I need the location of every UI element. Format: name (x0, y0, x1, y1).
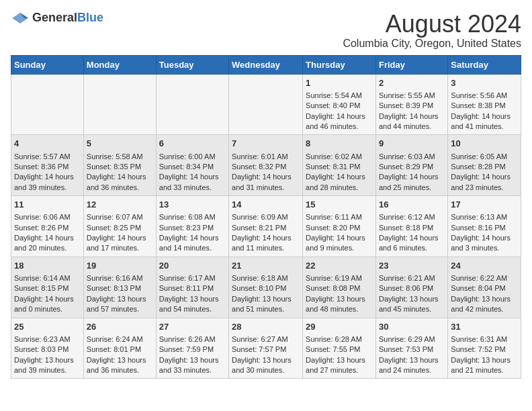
day-number: 9 (379, 138, 445, 150)
calendar-cell: 16Sunrise: 6:12 AM Sunset: 8:18 PM Dayli… (375, 196, 447, 257)
day-content: Sunrise: 6:28 AM Sunset: 7:55 PM Dayligh… (306, 334, 373, 376)
day-content: Sunrise: 6:00 AM Sunset: 8:34 PM Dayligh… (159, 152, 226, 193)
day-number: 10 (451, 138, 518, 150)
week-row-5: 25Sunrise: 6:23 AM Sunset: 8:03 PM Dayli… (11, 318, 521, 379)
day-number: 4 (14, 138, 81, 150)
calendar-cell: 15Sunrise: 6:11 AM Sunset: 8:20 PM Dayli… (303, 196, 376, 257)
day-number: 23 (379, 260, 445, 272)
day-content: Sunrise: 6:27 AM Sunset: 7:57 PM Dayligh… (232, 334, 300, 376)
header: GeneralBlue August 2024 Columbia City, O… (11, 11, 521, 50)
day-content: Sunrise: 6:23 AM Sunset: 8:03 PM Dayligh… (14, 334, 81, 376)
day-content: Sunrise: 5:58 AM Sunset: 8:35 PM Dayligh… (87, 152, 153, 193)
calendar-cell: 26Sunrise: 6:24 AM Sunset: 8:01 PM Dayli… (83, 318, 156, 379)
day-content: Sunrise: 5:55 AM Sunset: 8:39 PM Dayligh… (379, 91, 445, 132)
day-number: 14 (232, 199, 300, 211)
day-number: 15 (306, 199, 373, 211)
day-number: 20 (159, 260, 226, 272)
day-content: Sunrise: 6:14 AM Sunset: 8:15 PM Dayligh… (14, 273, 81, 315)
day-number: 18 (14, 260, 81, 272)
calendar-cell: 25Sunrise: 6:23 AM Sunset: 8:03 PM Dayli… (11, 318, 84, 379)
calendar-cell (156, 74, 228, 135)
day-content: Sunrise: 6:06 AM Sunset: 8:26 PM Dayligh… (14, 212, 81, 254)
logo: GeneralBlue (11, 11, 103, 25)
calendar-cell: 7Sunrise: 6:01 AM Sunset: 8:32 PM Daylig… (229, 135, 303, 196)
calendar-cell: 5Sunrise: 5:58 AM Sunset: 8:35 PM Daylig… (83, 135, 156, 196)
day-content: Sunrise: 6:17 AM Sunset: 8:11 PM Dayligh… (159, 273, 226, 315)
day-content: Sunrise: 6:19 AM Sunset: 8:08 PM Dayligh… (306, 273, 373, 315)
day-content: Sunrise: 6:05 AM Sunset: 8:28 PM Dayligh… (451, 152, 518, 193)
calendar-cell: 9Sunrise: 6:03 AM Sunset: 8:29 PM Daylig… (375, 135, 447, 196)
day-content: Sunrise: 6:11 AM Sunset: 8:20 PM Dayligh… (306, 212, 373, 254)
day-number: 28 (232, 321, 300, 333)
day-number: 2 (379, 77, 445, 89)
day-number: 21 (232, 260, 300, 272)
calendar-cell (11, 74, 84, 135)
day-content: Sunrise: 6:26 AM Sunset: 7:59 PM Dayligh… (159, 334, 226, 376)
calendar-cell: 28Sunrise: 6:27 AM Sunset: 7:57 PM Dayli… (229, 318, 303, 379)
week-row-2: 4Sunrise: 5:57 AM Sunset: 8:36 PM Daylig… (11, 135, 521, 196)
day-number: 11 (14, 199, 81, 211)
calendar-cell: 31Sunrise: 6:31 AM Sunset: 7:52 PM Dayli… (448, 318, 521, 379)
calendar-cell (83, 74, 156, 135)
day-content: Sunrise: 6:03 AM Sunset: 8:29 PM Dayligh… (379, 152, 445, 193)
day-number: 25 (14, 321, 81, 333)
page-title: August 2024 (343, 11, 521, 38)
calendar-cell: 12Sunrise: 6:07 AM Sunset: 8:25 PM Dayli… (83, 196, 156, 257)
day-number: 5 (87, 138, 153, 150)
day-number: 17 (451, 199, 518, 211)
title-area: August 2024 Columbia City, Oregon, Unite… (343, 11, 521, 50)
calendar-cell: 13Sunrise: 6:08 AM Sunset: 8:23 PM Dayli… (156, 196, 228, 257)
day-content: Sunrise: 6:22 AM Sunset: 8:04 PM Dayligh… (451, 273, 518, 315)
day-number: 3 (451, 77, 518, 89)
day-number: 22 (306, 260, 373, 272)
header-day-wednesday: Wednesday (229, 55, 303, 74)
day-content: Sunrise: 6:16 AM Sunset: 8:13 PM Dayligh… (87, 273, 153, 315)
header-day-thursday: Thursday (303, 55, 376, 74)
week-row-3: 11Sunrise: 6:06 AM Sunset: 8:26 PM Dayli… (11, 196, 521, 257)
day-number: 27 (159, 321, 226, 333)
calendar-cell: 8Sunrise: 6:02 AM Sunset: 8:31 PM Daylig… (303, 135, 376, 196)
calendar-cell: 10Sunrise: 6:05 AM Sunset: 8:28 PM Dayli… (448, 135, 521, 196)
calendar-cell: 27Sunrise: 6:26 AM Sunset: 7:59 PM Dayli… (156, 318, 228, 379)
day-number: 7 (232, 138, 300, 150)
header-row: SundayMondayTuesdayWednesdayThursdayFrid… (11, 55, 521, 74)
header-day-friday: Friday (375, 55, 447, 74)
calendar-cell: 3Sunrise: 5:56 AM Sunset: 8:38 PM Daylig… (448, 74, 521, 135)
calendar-cell: 24Sunrise: 6:22 AM Sunset: 8:04 PM Dayli… (448, 257, 521, 318)
calendar-cell: 17Sunrise: 6:13 AM Sunset: 8:16 PM Dayli… (448, 196, 521, 257)
day-content: Sunrise: 6:29 AM Sunset: 7:53 PM Dayligh… (379, 334, 445, 376)
day-content: Sunrise: 6:07 AM Sunset: 8:25 PM Dayligh… (87, 212, 153, 254)
week-row-1: 1Sunrise: 5:54 AM Sunset: 8:40 PM Daylig… (11, 74, 521, 135)
day-content: Sunrise: 6:21 AM Sunset: 8:06 PM Dayligh… (379, 273, 445, 315)
logo-general: General (32, 11, 77, 24)
day-content: Sunrise: 6:18 AM Sunset: 8:10 PM Dayligh… (232, 273, 300, 315)
day-content: Sunrise: 5:56 AM Sunset: 8:38 PM Dayligh… (451, 91, 518, 132)
page-subtitle: Columbia City, Oregon, United States (343, 38, 521, 50)
day-number: 8 (306, 138, 373, 150)
header-day-tuesday: Tuesday (156, 55, 228, 74)
calendar-cell: 18Sunrise: 6:14 AM Sunset: 8:15 PM Dayli… (11, 257, 84, 318)
day-content: Sunrise: 6:31 AM Sunset: 7:52 PM Dayligh… (451, 334, 518, 376)
calendar-cell: 1Sunrise: 5:54 AM Sunset: 8:40 PM Daylig… (303, 74, 376, 135)
day-number: 13 (159, 199, 226, 211)
logo-icon (11, 11, 30, 25)
calendar-cell: 2Sunrise: 5:55 AM Sunset: 8:39 PM Daylig… (375, 74, 447, 135)
calendar-cell: 23Sunrise: 6:21 AM Sunset: 8:06 PM Dayli… (375, 257, 447, 318)
calendar-cell: 14Sunrise: 6:09 AM Sunset: 8:21 PM Dayli… (229, 196, 303, 257)
calendar-cell: 20Sunrise: 6:17 AM Sunset: 8:11 PM Dayli… (156, 257, 228, 318)
calendar-cell (229, 74, 303, 135)
day-number: 26 (87, 321, 153, 333)
day-content: Sunrise: 6:13 AM Sunset: 8:16 PM Dayligh… (451, 212, 518, 254)
day-number: 30 (379, 321, 445, 333)
day-number: 16 (379, 199, 445, 211)
day-number: 6 (159, 138, 226, 150)
calendar-cell: 30Sunrise: 6:29 AM Sunset: 7:53 PM Dayli… (375, 318, 447, 379)
week-row-4: 18Sunrise: 6:14 AM Sunset: 8:15 PM Dayli… (11, 257, 521, 318)
day-content: Sunrise: 6:24 AM Sunset: 8:01 PM Dayligh… (87, 334, 153, 376)
header-day-sunday: Sunday (11, 55, 84, 74)
day-number: 29 (306, 321, 373, 333)
day-content: Sunrise: 6:01 AM Sunset: 8:32 PM Dayligh… (232, 152, 300, 193)
header-day-saturday: Saturday (448, 55, 521, 74)
day-content: Sunrise: 5:54 AM Sunset: 8:40 PM Dayligh… (306, 91, 373, 132)
day-content: Sunrise: 6:09 AM Sunset: 8:21 PM Dayligh… (232, 212, 300, 254)
